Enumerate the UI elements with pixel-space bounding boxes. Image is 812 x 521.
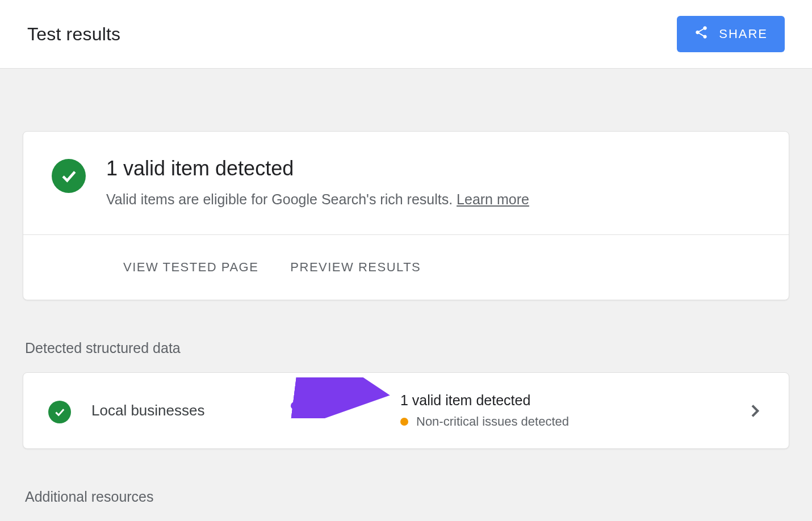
checkmark-icon bbox=[48, 401, 71, 423]
view-tested-page-button[interactable]: VIEW TESTED PAGE bbox=[123, 260, 258, 275]
page-title: Test results bbox=[27, 24, 120, 45]
detected-item-issue: Non-critical issues detected bbox=[400, 414, 746, 429]
detected-section-label: Detected structured data bbox=[25, 340, 789, 356]
detected-item-name: Local businesses bbox=[91, 402, 204, 419]
checkmark-icon bbox=[52, 159, 86, 193]
detected-item-issue-text: Non-critical issues detected bbox=[416, 414, 569, 429]
learn-more-link[interactable]: Learn more bbox=[457, 191, 529, 207]
additional-resources-label: Additional resources bbox=[25, 489, 789, 505]
summary-actions: VIEW TESTED PAGE PREVIEW RESULTS bbox=[23, 234, 789, 300]
summary-card: 1 valid item detected Valid items are el… bbox=[23, 131, 789, 300]
summary-subtext-prefix: Valid items are eligible for Google Sear… bbox=[106, 191, 457, 207]
detected-item-left: Local businesses bbox=[48, 398, 366, 423]
summary-text: 1 valid item detected Valid items are el… bbox=[106, 157, 529, 209]
summary-subtext: Valid items are eligible for Google Sear… bbox=[106, 190, 529, 209]
share-icon bbox=[694, 25, 709, 43]
summary-headline: 1 valid item detected bbox=[106, 157, 529, 180]
chevron-right-icon bbox=[746, 402, 764, 420]
detected-item-row[interactable]: Local businesses 1 valid item detected N… bbox=[23, 372, 789, 449]
share-button-label: SHARE bbox=[719, 27, 768, 41]
content-wrap: 1 valid item detected Valid items are el… bbox=[0, 131, 812, 521]
summary-card-top: 1 valid item detected Valid items are el… bbox=[23, 132, 789, 234]
share-button[interactable]: SHARE bbox=[677, 16, 785, 52]
warning-dot-icon bbox=[400, 418, 408, 426]
header-bar: Test results SHARE bbox=[0, 0, 812, 69]
detected-item-status: 1 valid item detected Non-critical issue… bbox=[366, 392, 746, 429]
preview-results-button[interactable]: PREVIEW RESULTS bbox=[290, 260, 421, 275]
detected-item-status-line: 1 valid item detected bbox=[400, 392, 746, 409]
